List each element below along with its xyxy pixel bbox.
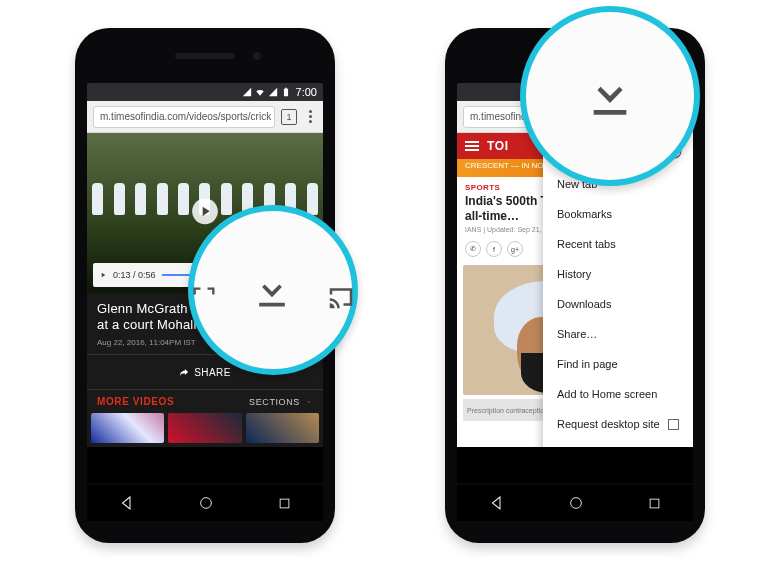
sensor — [253, 52, 261, 60]
page-content: TOI CRESCENT — IN NORTH SPORTS India's 5… — [457, 133, 693, 447]
play-small-icon[interactable] — [99, 271, 107, 279]
cast-icon — [326, 282, 356, 312]
wifi-icon — [255, 87, 265, 97]
video-thumbnails — [87, 413, 323, 447]
thumb[interactable] — [246, 413, 319, 443]
callout-download-icon — [520, 6, 700, 186]
url-bar[interactable]: m.timesofindia.com/videos/sports/crick — [93, 106, 275, 128]
tabs-button[interactable]: 1 — [281, 109, 297, 125]
facebook-icon[interactable]: f — [486, 241, 502, 257]
android-navbar — [457, 485, 693, 521]
statusbar: 7:00 — [87, 83, 323, 101]
download-icon — [582, 68, 638, 124]
clock: 7:00 — [296, 86, 317, 98]
network-icon — [242, 87, 252, 97]
battery-icon — [281, 87, 291, 97]
svg-rect-2 — [280, 499, 289, 508]
back-icon[interactable] — [488, 494, 506, 512]
recents-icon[interactable] — [647, 496, 662, 511]
menu-find[interactable]: Find in page — [543, 349, 693, 379]
back-icon[interactable] — [118, 494, 136, 512]
share-icon — [179, 367, 189, 377]
play-icon[interactable] — [191, 197, 219, 225]
callout-video-controls — [188, 205, 358, 375]
video-time: 0:13 / 0:56 — [113, 270, 156, 280]
menu-settings[interactable]: Settings — [543, 439, 693, 447]
site-logo[interactable]: TOI — [487, 139, 509, 153]
more-videos-header: MORE VIDEOS SECTIONS — [87, 390, 323, 413]
chevron-down-icon — [305, 398, 313, 406]
gplus-icon[interactable]: g+ — [507, 241, 523, 257]
recents-icon[interactable] — [277, 496, 292, 511]
thumb[interactable] — [91, 413, 164, 443]
menu-downloads[interactable]: Downloads — [543, 289, 693, 319]
fullscreen-icon — [190, 284, 218, 312]
menu-recent-tabs[interactable]: Recent tabs — [543, 229, 693, 259]
overflow-menu-button[interactable] — [303, 110, 317, 123]
svg-point-1 — [201, 498, 212, 509]
speaker — [175, 53, 235, 59]
svg-point-6 — [571, 498, 582, 509]
hamburger-icon[interactable] — [465, 141, 479, 151]
sections-dropdown[interactable]: SECTIONS — [249, 397, 313, 407]
whatsapp-icon[interactable]: ✆ — [465, 241, 481, 257]
checkbox-icon[interactable] — [668, 419, 679, 430]
thumb[interactable] — [168, 413, 241, 443]
menu-bookmarks[interactable]: Bookmarks — [543, 199, 693, 229]
share-label: SHARE — [194, 367, 230, 378]
menu-desktop-site[interactable]: Request desktop site — [543, 409, 693, 439]
android-navbar — [87, 485, 323, 521]
more-videos-label: MORE VIDEOS — [97, 396, 174, 407]
signal-icon — [268, 87, 278, 97]
menu-add-home[interactable]: Add to Home screen — [543, 379, 693, 409]
home-icon[interactable] — [568, 495, 584, 511]
menu-share[interactable]: Share… — [543, 319, 693, 349]
download-icon — [250, 268, 294, 312]
chrome-toolbar: m.timesofindia.com/videos/sports/crick 1 — [87, 101, 323, 133]
home-icon[interactable] — [198, 495, 214, 511]
svg-rect-7 — [650, 499, 659, 508]
menu-history[interactable]: History — [543, 259, 693, 289]
